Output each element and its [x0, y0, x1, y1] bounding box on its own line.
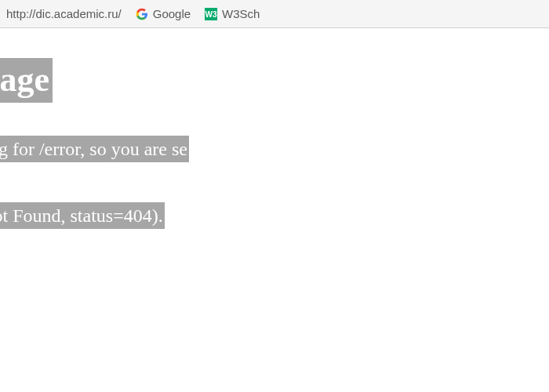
- bookmark-academic[interactable]: http://dic.academic.ru/: [6, 7, 122, 20]
- svg-text:W3: W3: [205, 10, 217, 19]
- bookmark-google[interactable]: Google: [136, 7, 191, 20]
- error-heading: l Error Page: [0, 58, 53, 103]
- bookmark-w3schools[interactable]: W3 W3Sch: [205, 7, 260, 20]
- bookmark-label: W3Sch: [222, 7, 260, 20]
- google-icon: [136, 8, 148, 20]
- bookmark-label: http://dic.academic.ru/: [6, 7, 122, 20]
- bookmarks-bar: http://dic.academic.ru/ Google W3 W3Sch: [0, 0, 549, 28]
- w3-icon: W3: [205, 8, 217, 20]
- error-detail: ed error (type=Not Found, status=404).: [0, 202, 165, 229]
- bookmark-label: Google: [153, 7, 191, 20]
- error-message: o explicit mapping for /error, so you ar…: [0, 136, 189, 162]
- error-page-content: l Error Page o explicit mapping for /err…: [0, 28, 549, 229]
